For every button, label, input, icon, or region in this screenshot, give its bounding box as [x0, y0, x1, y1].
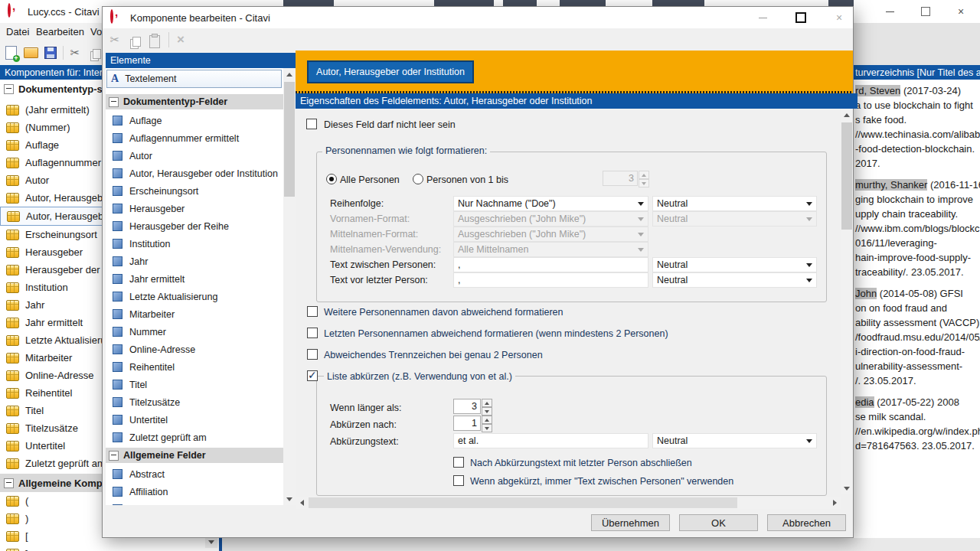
field-item[interactable]: Jahr ermittelt: [106, 270, 283, 288]
field-item[interactable]: Herausgeber: [106, 200, 283, 217]
persons-range-radio[interactable]: [413, 174, 423, 184]
field-item[interactable]: Am Original überprüft von/am: [106, 500, 283, 505]
dialog-minimize-button[interactable]: [751, 9, 774, 26]
not-empty-checkbox[interactable]: [306, 119, 317, 129]
before-last-person-style-combobox[interactable]: Neutral: [652, 272, 817, 288]
component-icon: [6, 175, 19, 186]
component-chip[interactable]: Autor, Herausgeber oder Institution: [307, 60, 474, 83]
field-item[interactable]: Abstract: [106, 465, 283, 483]
paste-icon[interactable]: [147, 33, 162, 50]
firstname-format-combobox[interactable]: Ausgeschrieben ("John Mike"): [453, 211, 648, 227]
scroll-left-button[interactable]: [296, 497, 308, 509]
minimize-button[interactable]: [878, 3, 901, 20]
element-item-selected[interactable]: A Textelement: [106, 70, 282, 88]
between-persons-style-combobox[interactable]: Neutral: [652, 257, 817, 272]
abbrev-text-style-combobox[interactable]: Neutral: [652, 433, 817, 448]
abbreviate-list-checkbox[interactable]: [307, 370, 318, 381]
collapse-icon[interactable]: [4, 84, 14, 94]
before-last-person-input[interactable]: ,: [453, 272, 648, 288]
all-persons-radio[interactable]: [326, 174, 337, 184]
longer-than-spinner[interactable]: 3: [453, 399, 492, 416]
scroll-thumb[interactable]: [309, 497, 737, 508]
persons-range-value[interactable]: 3: [603, 171, 638, 186]
scroll-up-button[interactable]: [283, 68, 296, 80]
field-item[interactable]: Zuletzt geprüft am: [106, 429, 283, 446]
apply-button[interactable]: Übernehmen: [591, 514, 670, 531]
field-item[interactable]: Affiliation: [106, 483, 283, 500]
list-group-header[interactable]: Dokumententyp-Felder: [106, 94, 283, 109]
spin-down-button[interactable]: [482, 424, 492, 432]
middlename-format-combobox[interactable]: Ausgeschrieben ("John Mike"): [453, 227, 648, 242]
format-others-checkbox[interactable]: [307, 306, 318, 317]
spin-up-button[interactable]: [482, 399, 492, 407]
elements-list-scrollbar[interactable]: [283, 68, 296, 505]
field-item[interactable]: Jahr: [106, 253, 283, 270]
dialog-maximize-button[interactable]: [789, 9, 812, 26]
cut-icon[interactable]: ✂: [67, 44, 83, 61]
field-item[interactable]: Herausgeber der Reihe: [106, 217, 283, 235]
middlename-usage-combobox[interactable]: Alle Mittelnamen: [453, 242, 648, 257]
spin-up-button[interactable]: [482, 416, 492, 424]
delete-icon[interactable]: ×: [173, 31, 188, 48]
cancel-button[interactable]: Abbrechen: [767, 514, 846, 531]
dialog-titlebar[interactable]: Komponente bearbeiten - Citavi ×: [103, 7, 853, 28]
field-item[interactable]: Autor, Herausgeber oder Institution: [106, 165, 283, 182]
open-folder-icon[interactable]: [23, 44, 38, 61]
abbrev-text-input[interactable]: et al.: [453, 433, 648, 448]
dialog-close-button[interactable]: ×: [828, 9, 851, 26]
spin-down-button[interactable]: [482, 407, 492, 416]
scroll-right-button[interactable]: [828, 497, 841, 509]
close-button[interactable]: ×: [949, 3, 972, 20]
order-style-combobox[interactable]: Neutral: [652, 196, 817, 211]
field-item[interactable]: Nummer: [106, 323, 283, 341]
menu-datei[interactable]: Datei: [6, 26, 29, 37]
field-item[interactable]: Auflage: [106, 112, 283, 129]
abbrev-after-spinner[interactable]: 1: [453, 416, 492, 432]
copy-icon[interactable]: [87, 46, 103, 63]
scroll-down-button[interactable]: [283, 493, 296, 505]
properties-vscrollbar[interactable]: [841, 109, 853, 494]
maximize-button[interactable]: [914, 3, 937, 20]
properties-hscrollbar[interactable]: [296, 497, 841, 509]
field-item[interactable]: Untertitel: [106, 411, 283, 429]
copy-icon[interactable]: [127, 34, 142, 51]
field-item[interactable]: Erscheinungsort: [106, 182, 283, 200]
format-last-checkbox[interactable]: [307, 328, 318, 338]
field-item[interactable]: Online-Adresse: [106, 341, 283, 358]
occluded-top-fragment: [560, 0, 606, 6]
between-persons-input[interactable]: ,: [453, 257, 648, 272]
cut-icon[interactable]: ✂: [107, 31, 122, 48]
collapse-icon[interactable]: [109, 97, 119, 107]
scroll-thumb[interactable]: [284, 82, 295, 197]
order-combobox[interactable]: Nur Nachname ("Doe"): [453, 196, 648, 211]
ok-button[interactable]: OK: [679, 514, 758, 531]
tree-item[interactable]: ]: [0, 545, 222, 551]
field-item-label: Jahr ermittelt: [129, 274, 185, 285]
field-item[interactable]: Reihentitel: [106, 358, 283, 376]
new-document-icon[interactable]: +: [3, 44, 18, 61]
field-item[interactable]: Institution: [106, 235, 283, 253]
firstname-style-combobox[interactable]: Neutral: [652, 211, 817, 227]
spin-up-button[interactable]: [639, 171, 649, 179]
field-item[interactable]: Titel: [106, 376, 283, 393]
menu-bearbeiten[interactable]: Bearbeiten: [36, 26, 84, 37]
field-item[interactable]: Letzte Aktualisierung: [106, 288, 283, 305]
always-between-text-checkbox[interactable]: [453, 475, 464, 486]
field-item[interactable]: Autor: [106, 147, 283, 165]
collapse-icon[interactable]: [4, 478, 14, 488]
scroll-thumb[interactable]: [841, 122, 852, 230]
spin-down-button[interactable]: [639, 179, 649, 187]
close-after-abbrev-checkbox[interactable]: [453, 457, 464, 468]
persons-range-spinner[interactable]: 3: [603, 171, 649, 187]
abbrev-after-value[interactable]: 1: [453, 416, 481, 431]
field-item[interactable]: Auflagennummer ermittelt: [106, 129, 283, 147]
scroll-up-button[interactable]: [841, 109, 853, 121]
list-group-header[interactable]: Allgemeine Felder: [106, 448, 283, 463]
scroll-down-button[interactable]: [841, 482, 853, 494]
collapse-icon[interactable]: [109, 451, 119, 461]
separator-two-persons-checkbox[interactable]: [307, 349, 318, 360]
longer-than-value[interactable]: 3: [453, 399, 481, 414]
save-icon[interactable]: [43, 44, 58, 61]
field-item[interactable]: Mitarbeiter: [106, 305, 283, 323]
field-item[interactable]: Titelzusätze: [106, 393, 283, 411]
